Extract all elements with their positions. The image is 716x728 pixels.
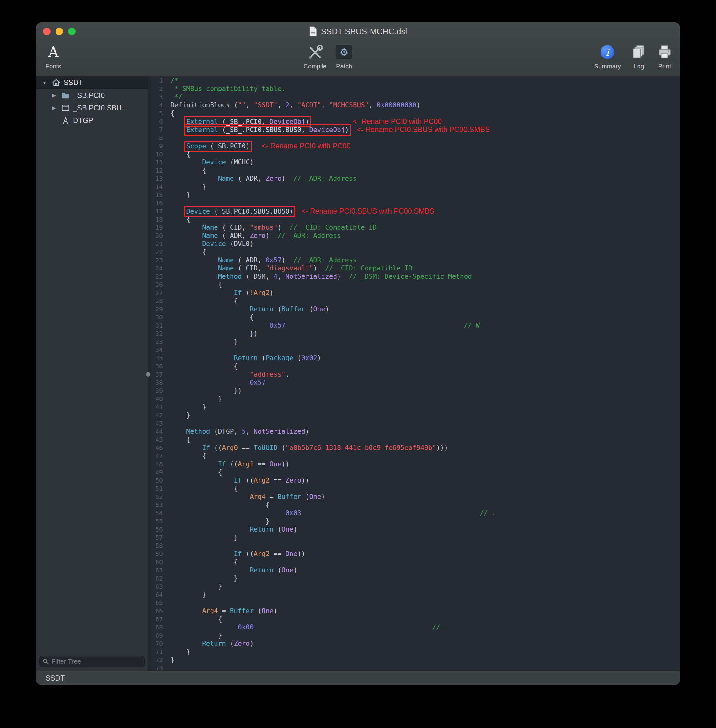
- code-token: Buffer: [281, 305, 305, 313]
- code-line[interactable]: 24 Name (_CID, "diagsvault") // _CID: Co…: [149, 264, 680, 272]
- code-line[interactable]: 62 }: [149, 574, 680, 582]
- code-line[interactable]: 29 Return (Buffer (One): [149, 305, 680, 313]
- code-editor[interactable]: 1/*2 * SMBus compatibility table.3 */4De…: [149, 76, 680, 671]
- code-line[interactable]: 60 {: [149, 558, 680, 566]
- code-line[interactable]: 14 }: [149, 183, 680, 191]
- maciasl-window: SSDT-SBUS-MCHC.dsl A Fonts: [36, 22, 680, 685]
- code-line[interactable]: 13 Name (_ADR, Zero) // _ADR: Address: [149, 174, 680, 183]
- code-line[interactable]: 21 Device (DVL0): [149, 240, 680, 248]
- code-line[interactable]: 38 0x57: [149, 378, 680, 387]
- code-line[interactable]: 64 }: [149, 590, 680, 599]
- code-line[interactable]: 8: [149, 133, 680, 142]
- code-line[interactable]: 57 }: [149, 534, 680, 541]
- code-token: }: [170, 338, 238, 346]
- code-line[interactable]: 20 Name (_ADR, Zero) // _ADR: Address: [149, 232, 680, 240]
- code-token: Device: [187, 208, 210, 215]
- code-line[interactable]: 42 }: [149, 411, 680, 419]
- code-line[interactable]: 5{: [149, 109, 680, 117]
- code-line[interactable]: 40 }: [149, 395, 680, 403]
- code-line[interactable]: 69 }: [149, 631, 680, 640]
- code-line[interactable]: 73: [149, 664, 680, 671]
- code-line[interactable]: 47 {: [149, 452, 680, 460]
- code-line[interactable]: 22 {: [149, 248, 680, 256]
- sidebar-item-dtgp[interactable]: DTGP: [36, 114, 148, 127]
- log-button[interactable]: Log: [631, 43, 647, 70]
- code-line[interactable]: 61 Return (One): [149, 566, 680, 574]
- splitter-handle[interactable]: [146, 372, 150, 376]
- line-number: 32: [149, 329, 167, 338]
- code-line[interactable]: 63 }: [149, 582, 680, 590]
- code-line[interactable]: 9 Scope (_SB.PCI0) <- Rename PCI0 with P…: [149, 142, 680, 150]
- code-line[interactable]: 48 If ((Arg1 == One)): [149, 460, 680, 468]
- code-line[interactable]: 11 Device (MCHC): [149, 158, 680, 166]
- code-token: 0x02: [301, 354, 317, 362]
- code-line[interactable]: 4DefinitionBlock ("", "SSDT", 2, "ACDT",…: [149, 101, 680, 109]
- code-line[interactable]: 45 {: [149, 435, 680, 444]
- code-line[interactable]: 44 Method (DTGP, 5, NotSerialized): [149, 428, 680, 435]
- code-token: // _CID: Compatible ID: [325, 264, 412, 272]
- code-line[interactable]: 15 }: [149, 191, 680, 199]
- chevron-right-icon[interactable]: ▶: [50, 105, 58, 111]
- code-line[interactable]: 50 If ((Arg2 == Zero)): [149, 476, 680, 484]
- code-line[interactable]: 46 If ((Arg0 == ToUUID ("a0b5b7c6-1318-4…: [149, 444, 680, 452]
- code-line[interactable]: 6 External (_SB_.PCI0, DeviceObj) <- Ren…: [149, 117, 680, 126]
- code-line[interactable]: 31 0x57 // W: [149, 322, 680, 329]
- code-line[interactable]: 18 {: [149, 215, 680, 223]
- code-line[interactable]: 16: [149, 199, 680, 207]
- code-line[interactable]: 66 Arg4 = Buffer (One): [149, 607, 680, 615]
- patch-button[interactable]: ⚙ Patch: [336, 43, 352, 70]
- code-line[interactable]: 35 Return (Package (0x02): [149, 354, 680, 362]
- code-line[interactable]: 17 Device (_SB.PCI0.SBUS.BUS0) <- Rename…: [149, 207, 680, 215]
- code-line[interactable]: 34: [149, 346, 680, 354]
- sidebar-item-sb-pci0[interactable]: ▶_SB.PCI0: [36, 89, 148, 102]
- code-line[interactable]: 7 External (_SB_.PCI0.SBUS.BUS0, DeviceO…: [149, 126, 680, 133]
- code-line[interactable]: 52 Arg4 = Buffer (One): [149, 493, 680, 501]
- chevron-right-icon[interactable]: ▶: [50, 93, 58, 98]
- code-line[interactable]: 2 * SMBus compatibility table.: [149, 85, 680, 93]
- sidebar-item-ssdt[interactable]: ▼SSDT: [36, 76, 148, 89]
- code-line[interactable]: 10 {: [149, 150, 680, 158]
- code-line[interactable]: 19 Name (_CID, "smbus") // _CID: Compati…: [149, 223, 680, 232]
- code-line[interactable]: 30 {: [149, 313, 680, 322]
- code-line[interactable]: 51 {: [149, 484, 680, 493]
- fonts-button[interactable]: A Fonts: [46, 43, 61, 70]
- code-token: [170, 640, 202, 648]
- code-line[interactable]: 26 {: [149, 281, 680, 289]
- code-line[interactable]: 36 {: [149, 362, 680, 370]
- code-line[interactable]: 53 {: [149, 501, 680, 509]
- code-line[interactable]: 39 }): [149, 387, 680, 395]
- titlebar[interactable]: SSDT-SBUS-MCHC.dsl: [36, 22, 680, 41]
- code-line[interactable]: 28 {: [149, 297, 680, 305]
- code-line[interactable]: 25 Method (_DSM, 4, NotSerialized) // _D…: [149, 272, 680, 281]
- code-line[interactable]: 56 Return (One): [149, 525, 680, 534]
- code-line[interactable]: 43: [149, 419, 680, 428]
- code-line[interactable]: 54 0x03 // .: [149, 509, 680, 517]
- code-line[interactable]: 49 {: [149, 468, 680, 476]
- code-line[interactable]: 33 }: [149, 338, 680, 346]
- code-line[interactable]: 32 }): [149, 329, 680, 338]
- code-line[interactable]: 72}: [149, 656, 680, 664]
- summary-button[interactable]: i Summary: [594, 43, 621, 70]
- compile-button[interactable]: Compile: [303, 43, 326, 70]
- filter-tree-input[interactable]: [39, 656, 145, 667]
- code-line[interactable]: 55 }: [149, 517, 680, 525]
- code-line[interactable]: 1/*: [149, 77, 680, 85]
- code-line[interactable]: 59 If ((Arg2 == One)): [149, 550, 680, 558]
- code-token: ): [317, 354, 321, 362]
- code-line[interactable]: 68 0x00 // .: [149, 623, 680, 631]
- code-line[interactable]: 41 }: [149, 403, 680, 411]
- code-line[interactable]: 12 {: [149, 166, 680, 174]
- code-line[interactable]: 3 */: [149, 93, 680, 101]
- code-line[interactable]: 65: [149, 599, 680, 607]
- code-line[interactable]: 37 "address",: [149, 370, 680, 378]
- line-number: 51: [149, 484, 167, 493]
- code-line[interactable]: 58: [149, 541, 680, 550]
- code-line[interactable]: 70 Return (Zero): [149, 640, 680, 648]
- sidebar-item-sb-pci0-sbu[interactable]: ▶_SB.PCI0.SBU...: [36, 102, 148, 114]
- code-line[interactable]: 27 If (!Arg2): [149, 289, 680, 297]
- code-line[interactable]: 23 Name (_ADR, 0x57) // _ADR: Address: [149, 256, 680, 264]
- chevron-down-icon[interactable]: ▼: [41, 80, 49, 85]
- code-line[interactable]: 71 }: [149, 648, 680, 656]
- code-line[interactable]: 67 {: [149, 615, 680, 623]
- print-button[interactable]: Print: [657, 43, 672, 70]
